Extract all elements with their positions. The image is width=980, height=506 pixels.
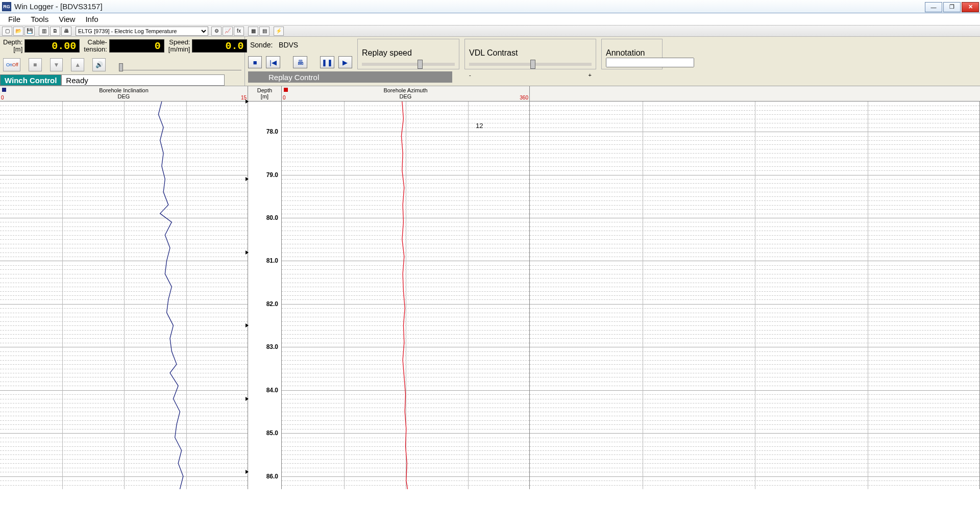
tool-select[interactable]: ELTG [9739] - Electric Log Temperature — [76, 27, 208, 36]
log-header: Borehole Inclination DEG 0 15 Depth [m] … — [0, 86, 980, 102]
track-azimuth[interactable]: 12 — [282, 102, 530, 489]
log-area: Borehole Inclination DEG 0 15 Depth [m] … — [0, 86, 980, 489]
menu-file[interactable]: File — [3, 14, 26, 24]
winch-control-tab[interactable]: Winch Control — [0, 74, 61, 86]
toolbar-export-icon[interactable]: ▥ — [39, 27, 49, 36]
toolbar-fx-icon[interactable]: fx — [234, 27, 244, 36]
sonde-value: BDVS — [279, 41, 298, 49]
track-inclination[interactable] — [0, 102, 248, 489]
vdl-contrast-slider[interactable]: - + — [469, 63, 592, 66]
winch-panel: Depth:[m] 0.00 Cable-tension: 0 Speed:[m… — [0, 37, 245, 86]
winch-sound-button[interactable]: 🔊 — [92, 58, 106, 71]
replay-panel: Sonde: BDVS ■ |◀ 🖶 ❚❚ ▶ Replay speed — [245, 37, 980, 86]
titlebar: RG Win Logger - [BDVS3157] — ❐ ✕ — [0, 0, 980, 13]
winch-onoff-button[interactable]: OnOff — [3, 58, 20, 71]
toolbar-cal-icon[interactable]: ▦ — [248, 27, 258, 36]
control-panels: Depth:[m] 0.00 Cable-tension: 0 Speed:[m… — [0, 37, 980, 86]
toolbar-print-preview-icon[interactable]: 🗎 — [50, 27, 60, 36]
winch-down-button[interactable]: ▼ — [50, 58, 63, 71]
maximize-button[interactable]: ❐ — [943, 2, 961, 12]
toolbar-run-icon[interactable]: ⚡ — [274, 27, 284, 36]
app-icon: RG — [2, 2, 11, 11]
toolbar-save-icon[interactable]: 💾 — [24, 27, 35, 36]
close-button[interactable]: ✕ — [962, 2, 979, 12]
toolbar-open-icon[interactable]: 📂 — [13, 27, 23, 36]
depth-label: Depth:[m] — [3, 39, 24, 53]
tension-label: Cable-tension: — [84, 39, 109, 53]
minimize-button[interactable]: — — [925, 2, 942, 12]
winch-speed-slider[interactable] — [119, 59, 241, 70]
toolbar-header-icon[interactable]: ▤ — [259, 27, 270, 36]
depth-readout: 0.00 — [24, 39, 80, 53]
depth-tick-label: 83.0 — [266, 343, 278, 350]
replay-control-tab[interactable]: Replay Control — [248, 71, 452, 83]
replay-play-button[interactable]: ▶ — [338, 56, 352, 68]
depth-tick-label: 82.0 — [266, 300, 278, 308]
winch-up-button[interactable]: ▲ — [71, 58, 84, 71]
depth-tick-label: 78.0 — [266, 128, 278, 135]
menu-view[interactable]: View — [54, 14, 80, 24]
depth-tick-label: 85.0 — [266, 429, 278, 437]
window-title: Win Logger - [BDVS3157] — [14, 2, 103, 11]
annotation-group: Annotation — [601, 39, 663, 69]
depth-tick-label: 79.0 — [266, 171, 278, 179]
speed-label: Speed:[m/min] — [168, 39, 192, 53]
toolbar-print-icon[interactable]: 🖶 — [61, 27, 71, 36]
sonde-label: Sonde: — [250, 41, 273, 49]
track-header-extra — [530, 86, 980, 101]
winch-stop-button[interactable]: ■ — [29, 58, 42, 71]
replay-pause-button[interactable]: ❚❚ — [320, 56, 334, 68]
track-header-depth: Depth [m] — [248, 86, 282, 101]
azimuth-annotation: 12 — [476, 122, 483, 130]
inclination-color-chip — [2, 88, 6, 92]
depth-tick-label: 86.0 — [266, 473, 278, 480]
menubar: File Tools View Info — [0, 13, 980, 26]
replay-rewind-button[interactable]: |◀ — [266, 56, 280, 68]
track-header-azimuth: Borehole Azimuth DEG 0 360 — [282, 86, 530, 101]
winch-status: Ready — [61, 74, 225, 86]
toolbar-sonde-icon[interactable]: ⚙ — [211, 27, 222, 36]
annotation-input[interactable] — [606, 58, 694, 67]
azimuth-color-chip — [284, 88, 288, 92]
menu-tools[interactable]: Tools — [26, 14, 54, 24]
toolbar-chart-icon[interactable]: 📈 — [223, 27, 233, 36]
depth-tick-label: 81.0 — [266, 257, 278, 264]
toolbar-new-icon[interactable]: ▢ — [2, 27, 12, 36]
vdl-contrast-group: VDL Contrast - + — [464, 39, 596, 69]
depth-tick-label: 80.0 — [266, 214, 278, 221]
depth-tick-label: 84.0 — [266, 387, 278, 394]
track-depth[interactable]: 78.079.080.081.082.083.084.085.086.0 — [248, 102, 282, 489]
tension-readout: 0 — [109, 39, 164, 53]
replay-speed-slider[interactable] — [362, 63, 455, 66]
track-header-inclination: Borehole Inclination DEG 0 15 — [0, 86, 248, 101]
speed-readout: 0.0 — [192, 39, 247, 53]
replay-speed-group: Replay speed — [357, 39, 459, 69]
toolbar: ▢ 📂 💾 ▥ 🗎 🖶 ELTG [9739] - Electric Log T… — [0, 26, 980, 37]
replay-stop-button[interactable]: ■ — [248, 56, 262, 68]
replay-print-button[interactable]: 🖶 — [293, 56, 307, 68]
track-extra[interactable] — [530, 102, 980, 489]
menu-info[interactable]: Info — [80, 14, 103, 24]
